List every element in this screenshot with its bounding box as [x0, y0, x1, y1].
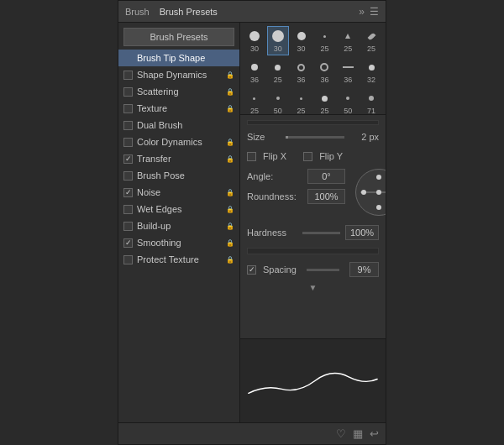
size-slider[interactable]: [286, 136, 344, 139]
brush-sidebar: Brush Presets Brush Tip ShapeShape Dynam…: [118, 23, 240, 422]
sidebar-item-12[interactable]: Protect Texture🔒: [118, 251, 239, 268]
sidebar-item-8[interactable]: ✓Noise🔒: [118, 184, 239, 201]
brush-thumb[interactable]: 71: [360, 88, 382, 115]
sidebar-label-5: Color Dynamics: [137, 137, 226, 147]
brush-shape: [370, 29, 374, 44]
sidebar-checkbox-9[interactable]: [123, 205, 133, 214]
sidebar-item-0[interactable]: Brush Tip Shape: [118, 50, 239, 66]
flip-x-label: Flip X: [263, 151, 286, 161]
sidebar-label-12: Protect Texture: [137, 254, 226, 264]
brush-thumb[interactable]: 25: [314, 26, 336, 55]
brush-thumb[interactable]: 36: [244, 57, 265, 86]
brush-shape: [369, 91, 374, 106]
top-scrollbar[interactable]: [247, 120, 379, 125]
sidebar-item-10[interactable]: Build-up🔒: [118, 217, 239, 234]
tab-brush[interactable]: Brush: [125, 7, 150, 17]
sidebar-item-4[interactable]: Dual Brush: [118, 117, 239, 134]
brush-thumb[interactable]: 50: [267, 88, 289, 115]
brush-shape: [322, 91, 328, 106]
hardness-row: Hardness: [247, 225, 379, 240]
compass-widget[interactable]: [355, 169, 386, 216]
brush-shape: [320, 60, 328, 75]
brush-number: 36: [250, 76, 259, 84]
brush-thumb[interactable]: 25: [244, 88, 265, 115]
brush-shape: [276, 91, 280, 106]
hardness-slider[interactable]: [302, 232, 340, 234]
brush-stroke-preview: [240, 339, 386, 422]
sidebar-checkbox-6[interactable]: ✓: [123, 154, 133, 164]
compass-dot-left: [361, 190, 366, 195]
sidebar-items-container: Brush Tip ShapeShape Dynamics🔒Scattering…: [118, 50, 239, 268]
sidebar-checkbox-8[interactable]: ✓: [123, 188, 133, 197]
brush-number: 30: [274, 44, 282, 53]
sidebar-checkbox-10[interactable]: [123, 222, 133, 231]
sidebar-checkbox-4[interactable]: [123, 121, 133, 130]
sidebar-item-1[interactable]: Shape Dynamics🔒: [118, 66, 239, 83]
brush-thumb[interactable]: 30: [291, 26, 312, 55]
sidebar-checkbox-7[interactable]: [123, 171, 133, 181]
hardness-label: Hardness: [247, 228, 297, 238]
grid-icon[interactable]: ▦: [353, 427, 363, 440]
panel-footer: ♡ ▦ ↩: [118, 422, 386, 444]
spacing-checkbox-item[interactable]: ✓ Spacing: [247, 264, 297, 275]
sidebar-item-5[interactable]: Color Dynamics🔒: [118, 134, 239, 150]
brush-thumb[interactable]: 30: [267, 26, 289, 55]
scroll-down-arrow[interactable]: ▼: [309, 283, 318, 292]
lock-icon-8: 🔒: [226, 189, 234, 196]
sidebar-checkbox-2[interactable]: [123, 87, 133, 97]
favorite-icon[interactable]: ♡: [336, 427, 346, 440]
sidebar-item-9[interactable]: Wet Edges🔒: [118, 201, 239, 217]
brush-thumb[interactable]: 25: [360, 26, 382, 55]
sidebar-item-2[interactable]: Scattering🔒: [118, 83, 239, 100]
menu-icon[interactable]: ☰: [370, 6, 379, 18]
flip-x-checkbox[interactable]: [247, 152, 256, 161]
brush-shape: [297, 29, 306, 44]
brush-thumb[interactable]: 30: [244, 26, 265, 55]
mid-scrollbar[interactable]: [247, 248, 379, 254]
lock-icon-5: 🔒: [226, 139, 234, 146]
brush-number: 50: [274, 107, 282, 115]
brush-shape: [343, 60, 354, 75]
lock-icon-1: 🔒: [226, 71, 234, 79]
sidebar-item-6[interactable]: ✓Transfer🔒: [118, 150, 239, 167]
brush-panel: Brush Brush Presets » ☰ Brush Presets Br…: [118, 0, 386, 445]
sidebar-label-0: Brush Tip Shape: [137, 53, 234, 63]
roundness-row: Roundness:: [247, 189, 345, 204]
sidebar-checkbox-1[interactable]: [123, 71, 133, 80]
sidebar-checkbox-3[interactable]: [123, 104, 133, 113]
brush-thumb[interactable]: 32: [360, 57, 382, 86]
return-icon[interactable]: ↩: [370, 427, 379, 440]
flip-y-item[interactable]: Flip Y: [303, 151, 343, 161]
sidebar-checkbox-11[interactable]: ✓: [123, 238, 133, 248]
spacing-checkbox[interactable]: ✓: [247, 265, 256, 275]
brush-thumb[interactable]: 36: [291, 57, 312, 86]
brush-thumb[interactable]: 25: [314, 88, 336, 115]
expand-icon[interactable]: »: [359, 6, 365, 18]
scroll-down-indicator: ▼: [247, 283, 379, 292]
roundness-input[interactable]: [307, 189, 345, 204]
spacing-value[interactable]: [349, 262, 379, 277]
tab-brush-presets[interactable]: Brush Presets: [160, 7, 218, 17]
brush-thumb[interactable]: 25: [291, 88, 312, 115]
sidebar-item-3[interactable]: Texture🔒: [118, 100, 239, 117]
sidebar-label-3: Texture: [137, 103, 226, 113]
angle-input[interactable]: [307, 169, 345, 184]
sidebar-checkbox-12[interactable]: [123, 255, 133, 264]
sidebar-checkbox-5[interactable]: [123, 138, 133, 147]
sidebar-item-11[interactable]: ✓Smoothing🔒: [118, 234, 239, 251]
compass-container: ›: [355, 169, 386, 216]
flip-y-checkbox[interactable]: [303, 152, 312, 161]
brush-number: 25: [367, 44, 375, 53]
brush-thumb[interactable]: 36: [337, 57, 359, 86]
brush-thumb[interactable]: 25: [267, 57, 289, 86]
hardness-value[interactable]: [345, 225, 379, 240]
flip-x-item[interactable]: Flip X: [247, 151, 286, 161]
brush-thumb[interactable]: 36: [314, 57, 336, 86]
brush-thumb[interactable]: 50: [337, 88, 359, 115]
sidebar-item-7[interactable]: Brush Pose: [118, 167, 239, 184]
panel-header: Brush Brush Presets » ☰: [118, 1, 386, 23]
brush-number: 25: [297, 107, 306, 115]
spacing-slider[interactable]: [307, 269, 339, 271]
brush-thumb[interactable]: 25: [337, 26, 359, 55]
brush-presets-button[interactable]: Brush Presets: [123, 28, 234, 46]
